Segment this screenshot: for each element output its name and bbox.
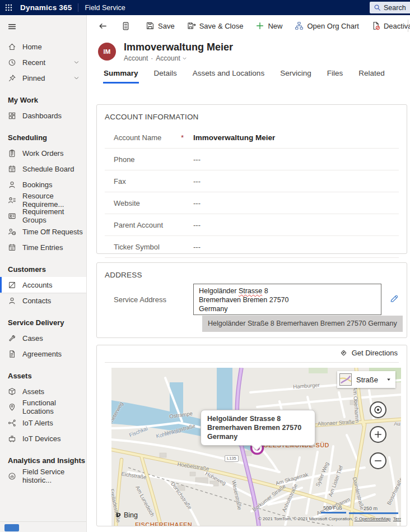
dashboard-icon [8,112,16,120]
calendar-icon [8,243,16,252]
sidebar-item-label: Field Service historic... [22,468,86,484]
openstreetmap-link[interactable]: © OpenStreetMap [355,516,391,521]
global-search-input[interactable]: Search [370,2,410,13]
map-locate-button[interactable] [370,401,386,418]
sidebar-item-time-entries[interactable]: Time Entries [0,239,86,255]
plus-icon [255,21,264,30]
terms-link[interactable]: Terms [393,516,401,521]
sitemap-collapse-button[interactable] [7,22,17,33]
directions-icon [339,349,348,357]
sidebar-item-work-orders[interactable]: Work Orders [0,145,86,161]
map-zoom-in-button[interactable] [370,426,386,443]
person-icon [8,181,16,189]
field-value[interactable]: --- [193,177,201,186]
search-icon [374,4,381,11]
new-button[interactable]: New [249,18,288,33]
sidebar-item-dashboards[interactable]: Dashboards [0,108,86,123]
field-value[interactable]: Immoverwaltung Meier [193,133,275,142]
misspelled-word: Strasse [239,287,262,295]
sidebar-item-label: Requirement Groups [22,207,86,224]
field-row-ticker-symbol: Ticker Symbol--- [105,236,399,258]
sidebar-item-resource-requireme[interactable]: Resource Requireme... [0,192,86,208]
field-value[interactable]: --- [193,155,201,164]
module-name[interactable]: Field Service [85,4,125,12]
sidebar-item-agreements[interactable]: Agreements [0,346,86,362]
hamburger-icon [7,22,17,31]
scale-imperial-label: 500 Fuß [323,505,342,511]
tab-assets-and-locations[interactable]: Assets and Locations [192,67,265,84]
map-style-selector[interactable]: Straße [337,371,395,388]
get-directions-button[interactable]: Get Directions [339,349,398,357]
clock-icon [8,58,16,67]
sidebar-item-label: Time Off Requests [22,228,83,236]
tab-details[interactable]: Details [153,67,178,84]
search-label: Search [384,4,406,12]
field-label: Account Name [114,133,181,142]
bing-map[interactable]: OstrampeHerwigstraßeKohlenkaiFischkaimet… [111,368,401,526]
sidebar-item-label: Pinned [22,74,45,82]
app-launcher-waffle-icon[interactable] [0,0,17,15]
sidebar-item-functional-locations[interactable]: Functional Locations [0,399,86,415]
sidebar-item-label: Agreements [22,350,62,358]
field-value[interactable]: --- [193,199,201,207]
chevron-down-icon [182,56,187,61]
sidebar-item-schedule-board[interactable]: Schedule Board [0,161,86,177]
form-view-button[interactable] [117,19,135,33]
personclock-icon [8,228,16,236]
sidebar-item-field-service-historic[interactable]: Field Service historic... [0,468,86,484]
cardperson-icon [8,212,16,220]
tab-related[interactable]: Related [358,67,385,84]
save-close-button[interactable]: Save & Close [181,18,250,33]
sidebar-item-label: Resource Requireme... [22,192,86,209]
entity-type-label: Account [124,54,148,62]
minus-icon [373,456,383,466]
chevron-down-icon [73,75,80,81]
sidebar-item-accounts[interactable]: Accounts [0,277,86,293]
field-value[interactable]: --- [193,221,201,229]
sidebar-item-time-off-requests[interactable]: Time Off Requests [0,224,86,239]
topbar-divider [78,3,78,12]
sidebar-item-iot-alerts[interactable]: IoT Alerts [0,415,86,431]
field-value[interactable]: --- [193,243,201,251]
field-label: Parent Account [114,221,181,229]
sidebar-item-label: Cases [22,334,43,343]
back-button[interactable] [94,19,112,33]
save-button[interactable]: Save [139,18,181,33]
map-address-tooltip: Helgoländer Strasse 8 Bremerhaven Bremen… [201,410,315,446]
section-title: ACCOUNT INFORMATION [97,105,407,123]
sidebar-item-home[interactable]: Home [0,39,86,54]
map-attribution: © 2021 TomTom, © 2021 Microsoft Corporat… [258,516,401,521]
area-switcher-bar [0,521,86,532]
sidebar-item-label: Functional Locations [22,399,86,415]
cube-icon [8,387,16,396]
locate-icon [373,405,383,415]
area-switcher-chip[interactable] [4,524,19,531]
open-org-chart-button[interactable]: Open Org Chart [288,18,365,33]
plus-icon [373,429,383,440]
sidebar-item-bookings[interactable]: Bookings [0,177,86,192]
sidebar-item-cases[interactable]: Cases [0,330,86,346]
service-address-input[interactable]: Helgoländer Strasse 8 Bremerhaven Bremen… [193,284,381,315]
bing-logo[interactable]: Bing [115,511,138,519]
sidebar-item-assets[interactable]: Assets [0,383,86,399]
deactivate-button[interactable]: Deactivate [365,18,410,33]
app-name[interactable]: Dynamics 365 [20,3,72,12]
sidebar-item-pinned[interactable]: Pinned [0,70,86,86]
sidebar-item-iot-devices[interactable]: IoT Devices [0,431,86,446]
address-suggestion-item[interactable]: Helgoländer Straße 8 Bremerhaven Bremen … [202,316,403,332]
form-selector[interactable]: Account [156,54,187,62]
map-zoom-out-button[interactable] [370,452,386,469]
caret-down-icon [386,377,392,382]
clipboard-icon [8,149,16,158]
tab-servicing[interactable]: Servicing [279,67,312,84]
sidebar-item-contacts[interactable]: Contacts [0,293,86,308]
edit-address-button[interactable] [389,294,399,305]
tab-files[interactable]: Files [327,67,344,84]
sidebar-item-recent[interactable]: Recent [0,54,86,70]
deactivate-icon [371,21,380,30]
sidebar-item-label: Dashboards [22,112,62,120]
pin-icon [8,74,16,82]
scale-imperial-bar [321,512,346,514]
tab-summary[interactable]: Summary [103,67,139,84]
sidebar-item-requirement-groups[interactable]: Requirement Groups [0,208,86,224]
